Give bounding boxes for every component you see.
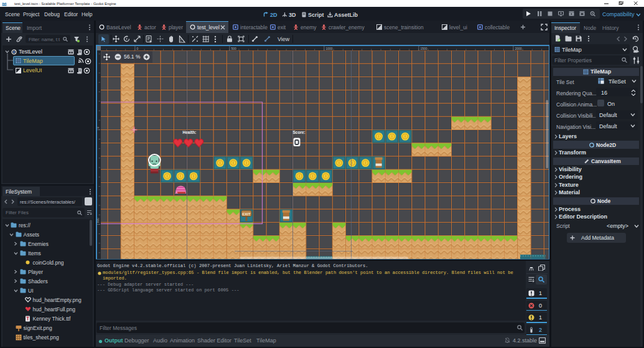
svg-text:Score:: Score: xyxy=(292,129,305,134)
svg-text:1500: 1500 xyxy=(420,46,427,50)
svg-text:1000: 1000 xyxy=(325,46,332,50)
svg-text:0: 0 xyxy=(136,46,138,50)
svg-text:EXIT: EXIT xyxy=(242,212,251,215)
svg-text:2000: 2000 xyxy=(515,46,521,50)
svg-text:500: 500 xyxy=(231,46,236,50)
svg-text:Health:: Health: xyxy=(182,129,196,134)
